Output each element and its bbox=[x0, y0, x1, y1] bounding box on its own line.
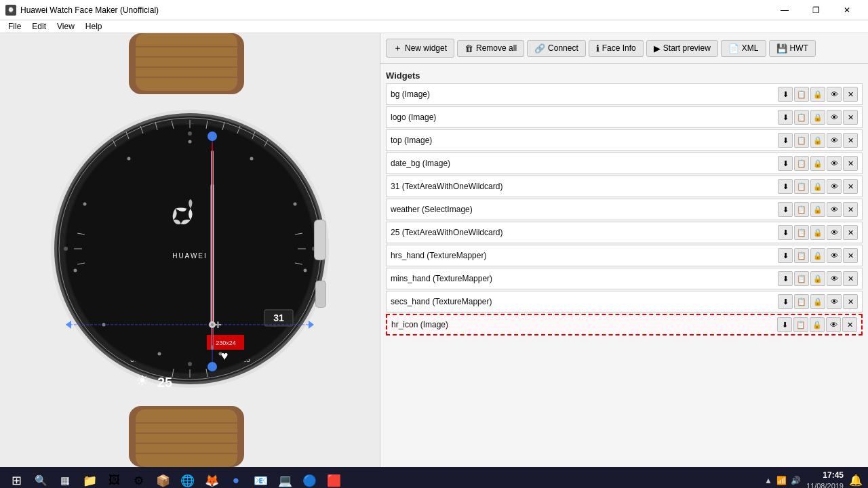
lock-icon[interactable]: 🔒 bbox=[810, 317, 825, 332]
widget-row[interactable]: date_bg (Image)⬇📋🔒👁✕ bbox=[386, 152, 863, 174]
copy-icon[interactable]: 📋 bbox=[794, 202, 809, 217]
visibility-icon[interactable]: 👁 bbox=[827, 156, 842, 171]
taskbar-clock[interactable]: 17:45 11/08/2019 bbox=[806, 470, 844, 488]
download-icon[interactable]: ⬇ bbox=[778, 179, 793, 194]
lock-icon[interactable]: 🔒 bbox=[810, 225, 825, 240]
visibility-icon[interactable]: 👁 bbox=[827, 225, 842, 240]
taskbar-app-chrome[interactable]: ● bbox=[225, 470, 247, 488]
visibility-icon[interactable]: 👁 bbox=[827, 133, 842, 148]
copy-icon[interactable]: 📋 bbox=[794, 110, 809, 125]
close-button[interactable]: ✕ bbox=[831, 0, 863, 20]
visibility-icon[interactable]: 👁 bbox=[827, 202, 842, 217]
delete-icon[interactable]: ✕ bbox=[843, 156, 858, 171]
visibility-icon[interactable]: 👁 bbox=[827, 179, 842, 194]
taskbar-app-vs[interactable]: 🔵 bbox=[298, 470, 320, 488]
lock-icon[interactable]: 🔒 bbox=[810, 202, 825, 217]
download-icon[interactable]: ⬇ bbox=[778, 87, 793, 102]
download-icon[interactable]: ⬇ bbox=[777, 317, 792, 332]
minimize-button[interactable]: — bbox=[769, 0, 800, 20]
copy-icon[interactable]: 📋 bbox=[794, 179, 809, 194]
face-info-button[interactable]: ℹ Face Info bbox=[589, 40, 644, 57]
search-icon[interactable]: 🔍 bbox=[30, 470, 52, 488]
task-view-icon[interactable]: ▦ bbox=[54, 470, 76, 488]
connect-button[interactable]: 🔗 Connect bbox=[527, 40, 586, 57]
delete-icon[interactable]: ✕ bbox=[843, 179, 858, 194]
visibility-icon[interactable]: 👁 bbox=[827, 271, 842, 286]
hwt-button[interactable]: 💾 HWT bbox=[769, 40, 816, 57]
taskbar-app-1[interactable]: 📧 bbox=[250, 470, 271, 488]
widget-row[interactable]: secs_hand (TextureMapper)⬇📋🔒👁✕ bbox=[386, 291, 863, 312]
delete-icon[interactable]: ✕ bbox=[842, 317, 857, 332]
copy-icon[interactable]: 📋 bbox=[794, 156, 809, 171]
widget-row[interactable]: 31 (TextAreaWithOneWildcard)⬇📋🔒👁✕ bbox=[386, 176, 863, 197]
widget-row[interactable]: 25 (TextAreaWithOneWildcard)⬇📋🔒👁✕ bbox=[386, 222, 863, 243]
visibility-icon[interactable]: 👁 bbox=[827, 110, 842, 125]
maximize-button[interactable]: ❐ bbox=[800, 0, 831, 20]
connect-label: Connect bbox=[548, 43, 578, 53]
widgets-section: Widgets bg (Image)⬇📋🔒👁✕logo (Image)⬇📋🔒👁✕… bbox=[380, 64, 868, 467]
taskbar-app-2[interactable]: 💻 bbox=[274, 470, 296, 488]
visibility-icon[interactable]: 👁 bbox=[827, 248, 842, 263]
xml-button[interactable]: 📄 XML bbox=[721, 40, 766, 57]
download-icon[interactable]: ⬇ bbox=[778, 202, 793, 217]
remove-all-button[interactable]: 🗑 Remove all bbox=[457, 40, 524, 57]
delete-icon[interactable]: ✕ bbox=[843, 202, 858, 217]
copy-icon[interactable]: 📋 bbox=[794, 271, 809, 286]
delete-icon[interactable]: ✕ bbox=[843, 225, 858, 240]
copy-icon[interactable]: 📋 bbox=[794, 133, 809, 148]
widget-row[interactable]: bg (Image)⬇📋🔒👁✕ bbox=[386, 83, 863, 105]
widget-row[interactable]: hrs_hand (TextureMapper)⬇📋🔒👁✕ bbox=[386, 245, 863, 266]
visibility-icon[interactable]: 👁 bbox=[827, 87, 842, 102]
start-button[interactable]: ⊞ bbox=[5, 470, 27, 488]
systray-network: 📶 bbox=[776, 476, 787, 485]
new-widget-button[interactable]: ＋ New widget bbox=[386, 39, 454, 58]
copy-icon[interactable]: 📋 bbox=[794, 248, 809, 263]
lock-icon[interactable]: 🔒 bbox=[810, 248, 825, 263]
lock-icon[interactable]: 🔒 bbox=[810, 179, 825, 194]
taskbar-app-firefox[interactable]: 🦊 bbox=[201, 470, 222, 488]
lock-icon[interactable]: 🔒 bbox=[810, 110, 825, 125]
download-icon[interactable]: ⬇ bbox=[778, 248, 793, 263]
download-icon[interactable]: ⬇ bbox=[778, 271, 793, 286]
widget-row[interactable]: mins_hand (TextureMapper)⬇📋🔒👁✕ bbox=[386, 268, 863, 289]
lock-icon[interactable]: 🔒 bbox=[810, 271, 825, 286]
taskbar-app-photos[interactable]: 🖼 bbox=[103, 470, 125, 488]
visibility-icon[interactable]: 👁 bbox=[826, 317, 841, 332]
taskbar-app-huawei[interactable]: 🟥 bbox=[323, 470, 344, 488]
menu-help[interactable]: Help bbox=[80, 20, 108, 33]
taskbar-app-ie[interactable]: 🌐 bbox=[176, 470, 198, 488]
lock-icon[interactable]: 🔒 bbox=[810, 294, 825, 309]
lock-icon[interactable]: 🔒 bbox=[810, 133, 825, 148]
download-icon[interactable]: ⬇ bbox=[778, 225, 793, 240]
widget-row[interactable]: weather (SelectImage)⬇📋🔒👁✕ bbox=[386, 199, 863, 220]
lock-icon[interactable]: 🔒 bbox=[810, 156, 825, 171]
widget-row[interactable]: top (Image)⬇📋🔒👁✕ bbox=[386, 129, 863, 151]
menu-view[interactable]: View bbox=[52, 20, 80, 33]
copy-icon[interactable]: 📋 bbox=[793, 317, 808, 332]
download-icon[interactable]: ⬇ bbox=[778, 294, 793, 309]
download-icon[interactable]: ⬇ bbox=[778, 156, 793, 171]
copy-icon[interactable]: 📋 bbox=[794, 87, 809, 102]
systray-arrow[interactable]: ▲ bbox=[764, 476, 772, 485]
start-preview-button[interactable]: ▶ Start preview bbox=[646, 40, 718, 57]
menu-edit[interactable]: Edit bbox=[26, 20, 52, 33]
notification-icon[interactable]: 🔔 bbox=[849, 474, 863, 487]
download-icon[interactable]: ⬇ bbox=[778, 110, 793, 125]
menu-file[interactable]: File bbox=[3, 20, 26, 33]
taskbar-app-store[interactable]: 📦 bbox=[152, 470, 174, 488]
delete-icon[interactable]: ✕ bbox=[843, 87, 858, 102]
download-icon[interactable]: ⬇ bbox=[778, 133, 793, 148]
visibility-icon[interactable]: 👁 bbox=[827, 294, 842, 309]
delete-icon[interactable]: ✕ bbox=[843, 110, 858, 125]
widget-row[interactable]: logo (Image)⬇📋🔒👁✕ bbox=[386, 106, 863, 128]
taskbar-app-settings[interactable]: ⚙ bbox=[127, 470, 149, 488]
delete-icon[interactable]: ✕ bbox=[843, 248, 858, 263]
delete-icon[interactable]: ✕ bbox=[843, 294, 858, 309]
copy-icon[interactable]: 📋 bbox=[794, 225, 809, 240]
lock-icon[interactable]: 🔒 bbox=[810, 87, 825, 102]
copy-icon[interactable]: 📋 bbox=[794, 294, 809, 309]
delete-icon[interactable]: ✕ bbox=[843, 133, 858, 148]
taskbar-app-explorer[interactable]: 📁 bbox=[79, 470, 100, 488]
widget-row[interactable]: hr_icon (Image)⬇📋🔒👁✕ bbox=[386, 314, 863, 336]
delete-icon[interactable]: ✕ bbox=[843, 271, 858, 286]
